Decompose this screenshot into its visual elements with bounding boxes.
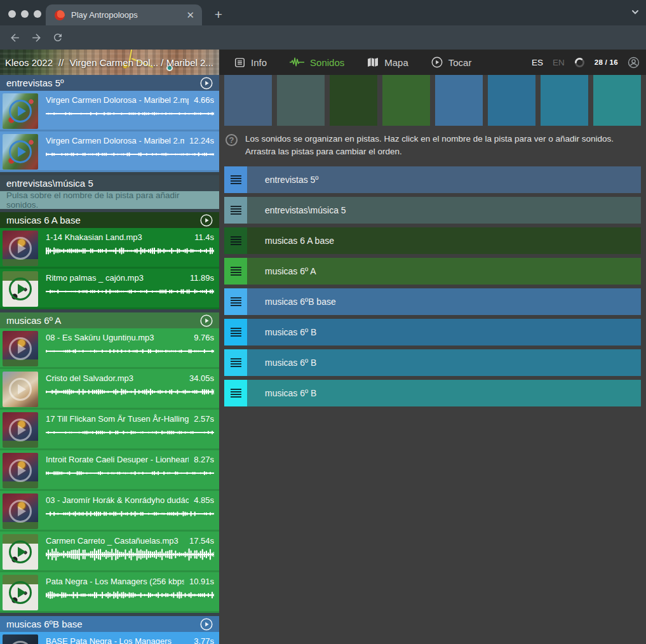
section-play-button[interactable] [200, 214, 213, 227]
track-row[interactable]: musicas 6º B [224, 349, 641, 376]
clip-play-button[interactable] [9, 237, 32, 260]
clip-duration: 10.91s [189, 577, 214, 586]
breadcrumb-text: Kleos 2022 // Virgen Carmen Dol... / Mar… [5, 50, 213, 75]
track-color-swatch[interactable] [224, 75, 272, 126]
clip-thumbnail [3, 534, 38, 570]
clip-body: 08 - Es Sakūru Uguntiņu.mp39.76s [41, 328, 219, 367]
clip-body: 1-14 Khakasian Land.mp311.4s [41, 228, 219, 267]
track-row[interactable]: entrevistas\música 5 [224, 197, 641, 224]
account-icon[interactable] [628, 57, 640, 69]
clip-play-button[interactable] [9, 581, 32, 604]
clip-item[interactable]: Pata Negra - Los Managers (256 kbps).mp3… [0, 572, 219, 613]
track-color-swatch[interactable] [277, 75, 325, 126]
section-play-button[interactable] [200, 77, 213, 90]
track-name-bar[interactable]: musicas 6º B [247, 380, 641, 406]
clip-item[interactable]: Cristo del Salvador.mp334.05s [0, 369, 219, 410]
track-row[interactable]: musicas 6 A base [224, 227, 641, 254]
zoom-window-button[interactable] [34, 10, 41, 18]
drag-handle[interactable] [224, 197, 247, 224]
track-name-bar[interactable]: entrevistas 5º [247, 166, 641, 193]
track-section-header[interactable]: entrevistas\música 5 [0, 175, 219, 191]
track-color-swatch[interactable] [541, 75, 588, 126]
clip-item[interactable]: Introit Rorate Caeli Desuper - Lionheart… [0, 450, 219, 491]
window-controls[interactable] [8, 10, 41, 18]
clip-play-button[interactable] [9, 540, 32, 563]
nav-item-sonidos[interactable]: Sonidos [290, 57, 344, 68]
drag-handle[interactable] [224, 380, 247, 406]
clip-play-button[interactable] [9, 641, 32, 644]
section-play-button[interactable] [200, 314, 213, 327]
drag-handle[interactable] [224, 227, 247, 254]
new-tab-button[interactable]: + [210, 6, 227, 23]
tab-search-chevron-icon[interactable] [631, 8, 640, 17]
clip-waveform [46, 426, 214, 439]
nav-item-tocar[interactable]: Tocar [431, 57, 472, 68]
play-triangle-icon [18, 384, 26, 394]
clip-play-button[interactable] [9, 337, 32, 360]
clip-play-button[interactable] [9, 100, 32, 123]
track-section-header[interactable]: entrevistas 5º [0, 75, 219, 91]
track-name-bar[interactable]: musicas 6º B [247, 319, 641, 345]
close-window-button[interactable] [8, 10, 16, 18]
track-color-swatch[interactable] [593, 75, 641, 126]
track-name-bar[interactable]: musicas 6 A base [247, 227, 641, 254]
nav-item-info[interactable]: Info [234, 57, 267, 68]
clip-item[interactable]: Virgen Carmen Dolorosa - Maribel 2.mp312… [0, 131, 219, 172]
clip-play-button[interactable] [9, 500, 32, 523]
track-name-bar[interactable]: musicas 6ºB base [247, 288, 641, 315]
clip-item[interactable]: Virgen Carmen Dolorosa - Maribel 2.mp34.… [0, 91, 219, 131]
breadcrumb[interactable]: Kleos 2022 // Virgen Carmen Dol... / Mar… [0, 50, 219, 75]
nav-item-label: Mapa [384, 57, 408, 68]
question-mark-icon: ? [225, 134, 238, 146]
clip-play-button[interactable] [9, 459, 32, 482]
track-name-bar[interactable]: musicas 6º B [247, 349, 641, 376]
lang-es-button[interactable]: ES [532, 58, 543, 67]
tab-close-icon[interactable]: ✕ [185, 10, 196, 21]
nav-item-mapa[interactable]: Mapa [367, 57, 408, 68]
clip-waveform [46, 466, 214, 480]
browser-tab[interactable]: Play Antropoloops ✕ [46, 4, 202, 25]
clip-item[interactable]: 1-14 Khakasian Land.mp311.4s [0, 228, 219, 269]
help-text: Los sonidos se organizan en pistas. Haz … [245, 133, 641, 158]
track-section-header[interactable]: musicas 6º A [0, 312, 219, 328]
track-row[interactable]: musicas 6º B [224, 319, 641, 345]
clip-duration: 9.76s [194, 333, 214, 342]
clip-play-button[interactable] [9, 140, 32, 163]
reload-icon[interactable] [51, 30, 65, 44]
track-row[interactable]: musicas 6ºB base [224, 288, 641, 315]
track-color-swatch[interactable] [435, 75, 483, 126]
lang-en-button[interactable]: EN [553, 58, 565, 67]
track-section-header[interactable]: musicas 6 A base [0, 212, 219, 228]
clip-play-button[interactable] [9, 278, 32, 300]
drag-handle[interactable] [224, 288, 247, 315]
track-row[interactable]: entrevistas 5º [224, 166, 641, 193]
track-name-bar[interactable]: entrevistas\música 5 [247, 197, 641, 224]
drag-handle[interactable] [224, 166, 247, 193]
track-color-swatch[interactable] [330, 75, 377, 126]
track-color-swatch[interactable] [488, 75, 535, 126]
track-row[interactable]: musicas 6º A [224, 258, 641, 285]
back-icon[interactable] [8, 30, 22, 44]
track-name-bar[interactable]: musicas 6º A [247, 258, 641, 285]
clip-item[interactable]: 03 - Jaromír Horák & Konrádyho dudácká .… [0, 491, 219, 532]
track-color-swatch[interactable] [382, 75, 430, 126]
clip-item[interactable]: Ritmo palmas _ cajón.mp311.89s [0, 269, 219, 309]
drag-handle[interactable] [224, 319, 247, 345]
breadcrumb-project[interactable]: Kleos 2022 [5, 57, 53, 68]
track-section: musicas 6ºB baseBASE Pata Negra - Los Ma… [0, 616, 219, 644]
clip-item[interactable]: 08 - Es Sakūru Uguntiņu.mp39.76s [0, 328, 219, 369]
track-row[interactable]: musicas 6º B [224, 380, 641, 406]
clip-play-button[interactable] [9, 419, 32, 441]
minimize-window-button[interactable] [21, 10, 29, 18]
drag-handle[interactable] [224, 349, 247, 376]
track-section-name: entrevistas\música 5 [6, 178, 93, 189]
track-section-header[interactable]: musicas 6ºB base [0, 616, 219, 632]
clip-play-button[interactable] [9, 378, 32, 401]
section-play-button[interactable] [200, 618, 213, 631]
clip-item[interactable]: BASE Pata Negra - Los Managers3.77s [0, 632, 219, 644]
clip-item[interactable]: Carmen Carreto _ Castañuelas.mp317.54s [0, 532, 219, 572]
forward-icon[interactable] [29, 30, 43, 44]
breadcrumb-trail[interactable]: Virgen Carmen Dol... / Maribel 2... [69, 57, 213, 68]
clip-item[interactable]: 17 Till Flickan Som Är Tusen År-Halling … [0, 410, 219, 450]
drag-handle[interactable] [224, 258, 247, 285]
